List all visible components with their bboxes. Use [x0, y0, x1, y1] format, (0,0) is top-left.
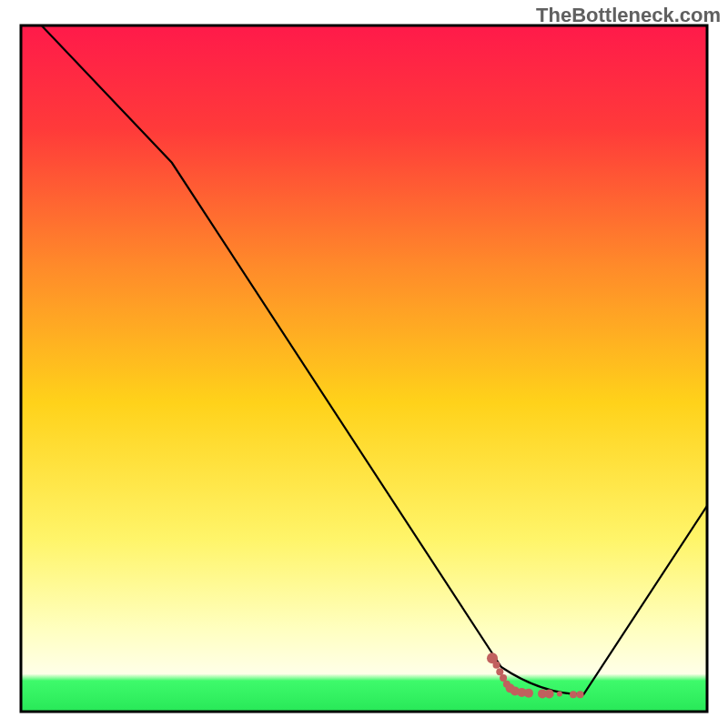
scatter-point	[545, 689, 554, 698]
scatter-point	[570, 691, 577, 698]
scatter-point	[524, 689, 533, 698]
scatter-point	[493, 662, 500, 669]
scatter-point	[496, 668, 503, 675]
gradient-background	[21, 25, 707, 712]
watermark-text: TheBottleneck.com	[536, 4, 721, 27]
scatter-point	[500, 674, 507, 682]
scatter-point	[557, 691, 562, 696]
chart-canvas	[0, 0, 728, 728]
scatter-point	[577, 691, 584, 698]
